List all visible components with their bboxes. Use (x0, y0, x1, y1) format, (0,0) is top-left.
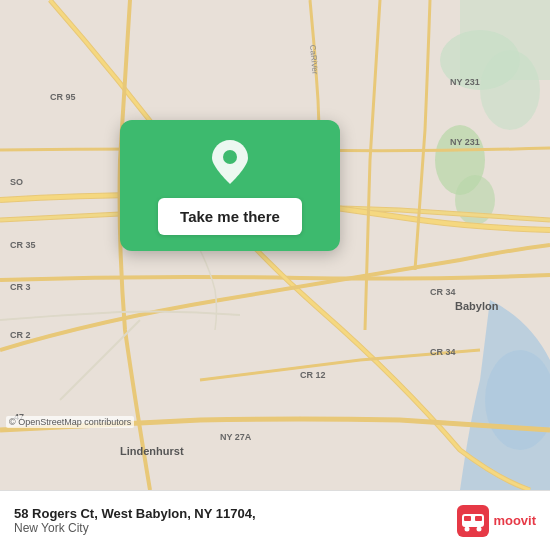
svg-text:CR 12: CR 12 (300, 370, 326, 380)
openstreetmap-credit: © OpenStreetMap contributors (6, 416, 134, 428)
bottom-bar: 58 Rogers Ct, West Babylon, NY 11704, Ne… (0, 490, 550, 550)
svg-point-23 (223, 150, 237, 164)
svg-text:SO: SO (10, 177, 23, 187)
svg-text:Lindenhurst: Lindenhurst (120, 445, 184, 457)
svg-text:CR 95: CR 95 (50, 92, 76, 102)
moovit-text: moovit (493, 513, 536, 528)
svg-text:Babylon: Babylon (455, 300, 499, 312)
svg-text:CR 35: CR 35 (10, 240, 36, 250)
svg-text:NY 231: NY 231 (450, 137, 480, 147)
take-me-there-button[interactable]: Take me there (158, 198, 302, 235)
moovit-bus-icon (457, 505, 489, 537)
svg-rect-3 (460, 0, 550, 80)
city-line: New York City (14, 521, 256, 535)
location-pin-icon (212, 140, 248, 188)
moovit-logo: moovit (457, 505, 536, 537)
svg-text:NY 231: NY 231 (450, 77, 480, 87)
svg-text:CR 34: CR 34 (430, 287, 456, 297)
address-line: 58 Rogers Ct, West Babylon, NY 11704, (14, 506, 256, 521)
svg-point-29 (477, 526, 482, 531)
map-container: CR 95 NY 231 NY 231 SO CR 35 NY 109 CR 3… (0, 0, 550, 490)
svg-text:NY 27A: NY 27A (220, 432, 252, 442)
svg-rect-27 (475, 516, 482, 521)
svg-text:CR 2: CR 2 (10, 330, 31, 340)
location-card: Take me there (120, 120, 340, 251)
svg-text:CR 34: CR 34 (430, 347, 456, 357)
address-block: 58 Rogers Ct, West Babylon, NY 11704, Ne… (14, 506, 256, 535)
svg-text:CR 3: CR 3 (10, 282, 31, 292)
svg-point-28 (465, 526, 470, 531)
svg-rect-26 (464, 516, 471, 521)
